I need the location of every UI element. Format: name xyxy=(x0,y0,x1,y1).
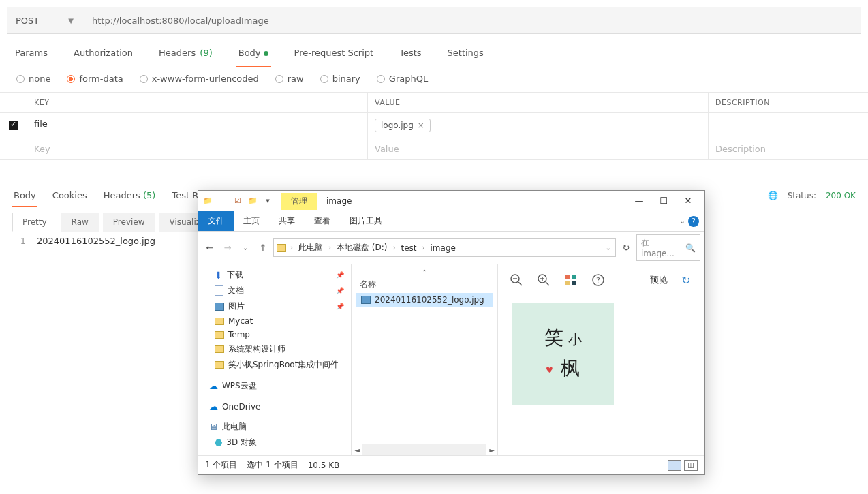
tab-prerequest[interactable]: Pre-request Script xyxy=(292,41,377,65)
checkbox-icon[interactable]: ☑ xyxy=(232,196,243,206)
breadcrumb-disk[interactable]: 本地磁盘 (D:) xyxy=(332,241,391,255)
view-preview[interactable]: Preview xyxy=(103,213,155,232)
view-details-button[interactable]: ☰ xyxy=(668,460,681,471)
scroll-right-icon[interactable]: ► xyxy=(486,446,497,454)
ribbon-file[interactable]: 文件 xyxy=(198,211,234,231)
ribbon-share[interactable]: 共享 xyxy=(269,211,305,231)
manage-tab[interactable]: 管理 xyxy=(281,193,317,210)
remove-file-icon[interactable]: × xyxy=(418,121,424,130)
breadcrumb[interactable]: › 此电脑 › 本地磁盘 (D:) › test › image ⌄ xyxy=(273,238,616,257)
radio-form-data[interactable]: form-data xyxy=(67,74,123,84)
radio-graphql[interactable]: GraphQL xyxy=(377,74,428,84)
folder-icon xyxy=(277,244,286,252)
ribbon-home[interactable]: 主页 xyxy=(234,211,269,231)
key-input[interactable]: Key xyxy=(27,138,368,159)
tree-mycat[interactable]: Mycat xyxy=(198,314,351,328)
nav-back-button[interactable]: ← xyxy=(202,241,217,256)
scrollbar-track[interactable] xyxy=(362,444,486,455)
folder-small-icon[interactable]: 📁 xyxy=(247,196,258,206)
key-cell[interactable]: file xyxy=(27,113,368,138)
value-cell[interactable]: logo.jpg × xyxy=(368,113,709,138)
ribbon-picture-tools[interactable]: 图片工具 xyxy=(340,211,392,231)
tree-3d-objects[interactable]: ⬣3D 对象 xyxy=(198,435,351,450)
tab-settings[interactable]: Settings xyxy=(445,41,486,65)
refresh-button[interactable]: ↻ xyxy=(619,243,634,253)
radio-urlencoded[interactable]: x-www-form-urlencoded xyxy=(140,74,259,84)
nav-tree[interactable]: ⬇下载📌 文档📌 图片📌 Mycat Temp 系统架构设计师 笑小枫Sprin… xyxy=(198,264,352,455)
url-input[interactable]: http://localhost:8080/local/uploadImage xyxy=(82,7,861,33)
tree-onedrive[interactable]: ☁OneDrive xyxy=(198,399,351,414)
help-icon[interactable]: ? xyxy=(688,216,699,227)
file-explorer-window: 📁 ｜ ☑ 📁 ▾ 管理 image — ☐ ✕ 文件 主页 共享 查看 图片工… xyxy=(198,190,705,475)
tab-headers[interactable]: Headers (9) xyxy=(156,41,215,65)
help-circle-icon[interactable]: ? xyxy=(589,271,607,289)
minimize-button[interactable]: — xyxy=(627,191,651,211)
search-icon: 🔍 xyxy=(685,243,696,253)
radio-none[interactable]: none xyxy=(16,74,50,84)
view-icons-button[interactable]: ◫ xyxy=(684,460,698,471)
tree-this-pc[interactable]: 🖥此电脑 xyxy=(198,419,351,435)
view-pretty[interactable]: Pretty xyxy=(12,213,57,232)
nav-forward-button[interactable]: → xyxy=(220,241,235,256)
zoom-in-icon[interactable] xyxy=(535,271,553,289)
folder-icon xyxy=(215,331,224,339)
resp-tab-body[interactable]: Body xyxy=(12,185,37,206)
tree-arch[interactable]: 系统架构设计师 xyxy=(198,341,351,357)
response-body-line: 20240116102552_logo.jpg xyxy=(37,236,155,246)
folder-icon: 📁 xyxy=(202,196,213,206)
radio-icon xyxy=(16,75,25,83)
tree-temp[interactable]: Temp xyxy=(198,328,351,341)
tab-authorization[interactable]: Authorization xyxy=(71,41,136,65)
resp-tab-cookies[interactable]: Cookies xyxy=(51,185,89,206)
search-input[interactable]: 在 image... 🔍 xyxy=(636,234,700,261)
maximize-button[interactable]: ☐ xyxy=(651,191,676,211)
file-chip[interactable]: logo.jpg × xyxy=(375,119,431,132)
pc-icon: 🖥 xyxy=(209,422,218,432)
ribbon-view[interactable]: 查看 xyxy=(305,211,340,231)
cloud-icon: ☁ xyxy=(209,381,218,391)
tree-pictures[interactable]: 图片📌 xyxy=(198,298,351,314)
view-raw[interactable]: Raw xyxy=(61,213,99,232)
grid-icon[interactable] xyxy=(562,271,580,289)
resp-tab-headers[interactable]: Headers (5) xyxy=(102,185,157,206)
description-input[interactable]: Description xyxy=(709,138,868,159)
refresh-icon[interactable]: ↻ xyxy=(677,271,695,289)
ribbon-expand-icon[interactable]: ⌄ xyxy=(680,217,685,225)
status-size: 10.5 KB xyxy=(308,461,340,470)
column-name-header[interactable]: 名称 xyxy=(356,276,493,293)
folder-icon xyxy=(215,345,224,353)
radio-icon xyxy=(377,75,385,83)
breadcrumb-image[interactable]: image xyxy=(427,242,460,254)
svg-line-4 xyxy=(546,282,549,285)
file-item[interactable]: 20240116102552_logo.jpg xyxy=(356,293,493,307)
chevron-down-icon[interactable]: ⌄ xyxy=(604,244,613,251)
zoom-out-icon[interactable] xyxy=(508,271,525,289)
breadcrumb-this-pc[interactable]: 此电脑 xyxy=(294,241,327,255)
sort-indicator-icon[interactable]: ⌃ xyxy=(356,268,493,276)
qat-dropdown-icon[interactable]: ▾ xyxy=(262,196,273,206)
svg-rect-10 xyxy=(572,281,576,285)
tab-body[interactable]: Body xyxy=(236,41,271,65)
tree-spring[interactable]: 笑小枫SpringBoot集成中间件 xyxy=(198,357,351,373)
tree-wps[interactable]: ☁WPS云盘 xyxy=(198,378,351,394)
tree-documents[interactable]: 文档📌 xyxy=(198,283,351,298)
globe-icon[interactable]: 🌐 xyxy=(768,191,778,200)
nav-up-button[interactable]: ↑ xyxy=(255,241,270,256)
tab-params[interactable]: Params xyxy=(12,41,50,65)
scroll-left-icon[interactable]: ◄ xyxy=(352,446,362,454)
value-input[interactable]: Value xyxy=(368,138,709,159)
file-list[interactable]: ⌃ 名称 20240116102552_logo.jpg ◄ ► xyxy=(352,264,498,455)
folder-icon xyxy=(215,361,224,369)
tree-downloads[interactable]: ⬇下载📌 xyxy=(198,267,351,283)
breadcrumb-test[interactable]: test xyxy=(397,242,420,254)
radio-binary[interactable]: binary xyxy=(320,74,360,84)
preview-image: 笑 小♥ 枫 xyxy=(512,303,614,405)
description-cell[interactable] xyxy=(709,113,868,138)
close-button[interactable]: ✕ xyxy=(676,191,700,211)
http-method-select[interactable]: POST ▼ xyxy=(7,7,82,33)
radio-raw[interactable]: raw xyxy=(275,74,304,84)
tab-tests[interactable]: Tests xyxy=(397,41,424,65)
row-checkbox[interactable] xyxy=(9,121,18,130)
nav-recent-icon[interactable]: ⌄ xyxy=(238,241,253,256)
pin-icon: 📌 xyxy=(336,303,344,310)
